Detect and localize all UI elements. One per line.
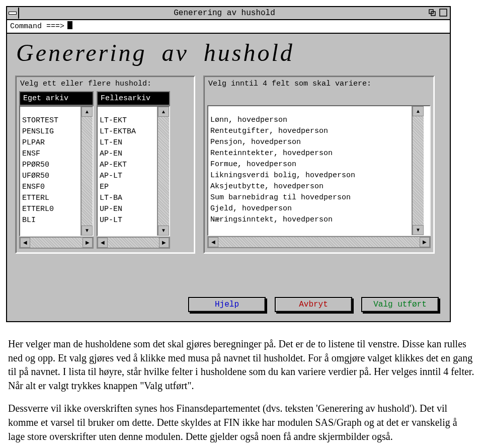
list-item[interactable]: AP-EN (100, 148, 155, 160)
list-item[interactable]: Renteinntekter, hovedperson (210, 148, 410, 159)
shared-archive-scrollbar[interactable]: ▲ ▼ (157, 107, 169, 236)
scroll-down-icon[interactable]: ▼ (82, 226, 93, 236)
own-archive-column: Eget arkiv STORTESTPENSLIGPLPARENSFPPØR5… (19, 91, 94, 249)
fields-scrollbar[interactable]: ▲ ▼ (412, 106, 424, 235)
body-text: Her velger man de husholdene som det ska… (0, 328, 483, 448)
scroll-thumb[interactable] (82, 117, 93, 226)
own-archive-hscrollbar[interactable]: ◀ ▶ (19, 237, 94, 249)
list-item[interactable]: AP-LT (100, 171, 155, 182)
page-title: Generering av hushold (16, 39, 441, 66)
button-row: Hjelp Avbryt Valg utført (7, 262, 450, 321)
fields-listbox[interactable]: Lønn, hovedpersonRenteutgifter, hovedper… (208, 114, 412, 228)
done-button[interactable]: Valg utført (361, 297, 439, 312)
system-menu-icon (9, 12, 17, 15)
cancel-button[interactable]: Avbryt (275, 297, 352, 312)
own-archive-header[interactable]: Eget arkiv (19, 91, 94, 106)
list-item[interactable]: UFØR50 (22, 171, 78, 182)
list-item[interactable]: Sum barnebidrag til hovedperson (210, 192, 410, 203)
list-item[interactable]: ENSF0 (22, 182, 78, 193)
list-item[interactable]: LT-EN (100, 137, 155, 148)
scroll-right-icon[interactable]: ▶ (159, 238, 169, 248)
list-item[interactable]: LT-EKTBA (100, 126, 155, 137)
scroll-thumb[interactable] (413, 116, 424, 225)
shared-archive-header[interactable]: Fellesarkiv (97, 91, 170, 106)
text-cursor-icon (67, 21, 72, 29)
list-item[interactable]: LT-EKT (100, 115, 155, 126)
list-item[interactable]: STORTEST (22, 115, 78, 126)
hscroll-thumb[interactable] (30, 238, 83, 248)
scroll-down-icon[interactable]: ▼ (413, 225, 424, 235)
list-item[interactable]: AP-EKT (100, 160, 155, 171)
scroll-right-icon[interactable]: ▶ (420, 237, 430, 247)
scroll-up-icon[interactable]: ▲ (158, 107, 169, 117)
list-item[interactable]: Gjeld, hovedperson (210, 203, 410, 214)
scroll-left-icon[interactable]: ◀ (208, 237, 218, 247)
own-archive-listbox[interactable]: STORTESTPENSLIGPLPARENSFPPØR50UFØR50ENSF… (20, 114, 80, 228)
titlebar: Generering av hushold (7, 7, 450, 20)
list-item[interactable]: UP-EN (100, 204, 155, 215)
list-item[interactable]: Pensjon, hovedperson (210, 137, 410, 148)
households-panel-label: Velg ett eller flere hushold: (16, 77, 194, 91)
panels: Velg ett eller flere hushold: Eget arkiv… (7, 76, 450, 262)
list-item[interactable]: PPØR50 (22, 160, 78, 171)
maximize-icon[interactable] (439, 8, 448, 19)
list-item[interactable]: Renteutgifter, hovedperson (210, 126, 410, 137)
command-label: Command ===> (10, 22, 64, 31)
help-button[interactable]: Hjelp (188, 297, 266, 312)
paragraph-2: Dessverre vil ikke overskriften synes ho… (8, 402, 475, 443)
list-item[interactable]: ENSF (22, 148, 78, 160)
list-item[interactable]: ETTERL0 (22, 204, 78, 215)
scroll-up-icon[interactable]: ▲ (413, 106, 424, 116)
list-item[interactable]: EP (100, 182, 155, 193)
fields-panel-label: Velg inntil 4 felt som skal variere: (204, 77, 434, 91)
system-menu-button[interactable] (7, 8, 19, 19)
hscroll-thumb[interactable] (218, 237, 420, 247)
scroll-left-icon[interactable]: ◀ (98, 238, 108, 248)
list-item[interactable]: Formue, hovedperson (210, 159, 410, 170)
shared-archive-listbox[interactable]: LT-EKTLT-EKTBALT-ENAP-ENAP-EKTAP-LTEPLT-… (98, 114, 157, 228)
list-item[interactable]: Likningsverdi bolig, hovedperson (210, 170, 410, 181)
window-title: Generering av hushold (19, 9, 450, 18)
svg-rect-2 (440, 9, 447, 16)
scroll-right-icon[interactable]: ▶ (83, 238, 93, 248)
app-window: Generering av hushold Command ===> Gener… (6, 6, 451, 322)
shared-archive-hscrollbar[interactable]: ◀ ▶ (97, 237, 170, 249)
command-row: Command ===> (7, 20, 450, 34)
list-item[interactable]: UP-LT (100, 215, 155, 226)
list-item[interactable]: ETTERL (22, 193, 78, 204)
list-item[interactable]: Næringsinntekt, hovedperson (210, 214, 410, 226)
fields-hscrollbar[interactable]: ◀ ▶ (207, 236, 431, 248)
list-item[interactable]: LT-BA (100, 193, 155, 204)
hscroll-thumb[interactable] (108, 238, 159, 248)
scroll-thumb[interactable] (158, 117, 169, 226)
command-input[interactable] (67, 21, 72, 32)
own-archive-scrollbar[interactable]: ▲ ▼ (80, 107, 93, 236)
scroll-down-icon[interactable]: ▼ (158, 226, 169, 236)
shared-archive-column: Fellesarkiv LT-EKTLT-EKTBALT-ENAP-ENAP-E… (97, 91, 170, 249)
households-panel: Velg ett eller flere hushold: Eget arkiv… (15, 76, 195, 254)
heading-area: Generering av hushold (7, 34, 450, 76)
scroll-left-icon[interactable]: ◀ (20, 238, 30, 248)
list-item[interactable]: BLI (22, 215, 78, 226)
restore-icon[interactable] (428, 8, 437, 19)
list-item[interactable]: PLPAR (22, 137, 78, 148)
fields-panel: Velg inntil 4 felt som skal variere: Løn… (203, 76, 435, 254)
paragraph-1: Her velger man de husholdene som det ska… (8, 337, 475, 393)
scroll-up-icon[interactable]: ▲ (82, 107, 93, 117)
list-item[interactable]: Aksjeutbytte, hovedperson (210, 181, 410, 192)
list-item[interactable]: Lønn, hovedperson (210, 115, 410, 126)
list-item[interactable]: PENSLIG (22, 126, 78, 137)
